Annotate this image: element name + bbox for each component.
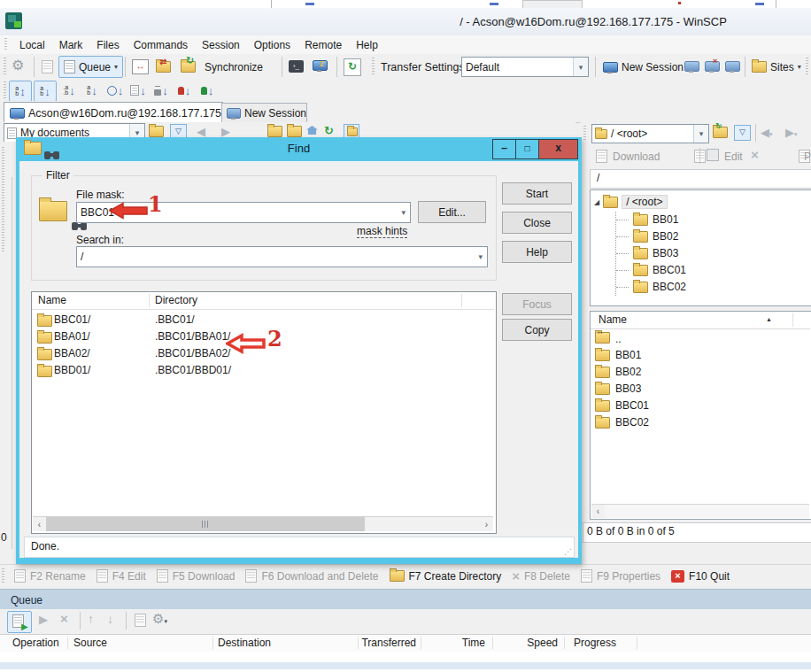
preferences-gear-icon[interactable]: ⚙ [12,57,24,73]
menu-item-mark[interactable]: Mark [52,39,90,51]
sort-name-asc-button[interactable]: ab↕ [9,81,32,102]
forward-icon[interactable]: ▶ [221,125,230,138]
queue-move-down-icon[interactable]: ↓ [107,612,113,626]
queue-resume-icon[interactable]: ▶ [39,613,48,626]
help-button[interactable]: Help [502,241,572,263]
sort-owner-button[interactable]: ↓ [174,81,195,100]
synchronize-browsing-icon[interactable]: ⇄ [156,61,171,75]
sites-button[interactable]: Sites ▾ [752,58,801,76]
scrollbar-thumb[interactable] [46,517,365,531]
queue-copy-icon[interactable] [135,614,146,627]
queue-col-transferred[interactable]: Transferred [358,637,416,649]
remote-list-hscrollbar[interactable]: ‹ [591,504,809,518]
menu-item-local[interactable]: Local [12,39,52,51]
tab-new-session[interactable]: New Session [221,103,307,123]
queue-col-operation[interactable]: Operation [12,637,59,649]
resize-grip-icon[interactable]: ⋰ [564,547,572,556]
results-directory-column[interactable]: Directory [155,294,197,306]
queue-delete-icon[interactable]: × [60,611,68,626]
menu-item-help[interactable]: Help [349,39,385,51]
queue-col-progress[interactable]: Progress [574,637,616,649]
queue-move-up-icon[interactable]: ↑ [88,612,94,626]
file-row[interactable]: BB01 [595,349,641,361]
console-icon[interactable]: ›_ [289,60,304,73]
sort-group-button[interactable]: ↓ [197,81,218,100]
minimize-button[interactable]: – [492,139,516,159]
results-hscrollbar[interactable]: ‹ › [33,516,493,531]
file-row[interactable]: BB02 [595,366,641,378]
results-name-column[interactable]: Name [38,294,66,306]
remote-forward-icon[interactable]: ▶▾ [785,126,798,139]
file-row[interactable]: BB03 [595,382,641,395]
fkey-f6-download-delete[interactable]: F6 Download and Delete [245,569,378,583]
tree-root-item[interactable]: ◢ / <root> [594,195,668,209]
tree-expander-icon[interactable]: ◢ [594,198,599,206]
name-column-header[interactable]: Name [599,312,627,328]
remote-path-bar[interactable]: / [590,169,811,189]
transfer-checklist-icon[interactable] [42,60,53,73]
menu-item-files[interactable]: Files [89,39,126,51]
result-row[interactable]: BBC01/ .BBC01/ [32,312,494,328]
tab-session-active[interactable]: Acson@w16Dom.ru@192.168.177.175 [4,102,223,123]
sort-rights-lock-button[interactable]: ↓ [151,81,172,100]
fkey-f4-edit[interactable]: F4 Edit [97,569,146,583]
remote-path-select[interactable]: / <root> ▾ [591,124,709,143]
compare-directories-icon[interactable]: ↔ [132,59,149,74]
maximize-button[interactable]: □ [515,139,539,159]
results-header[interactable]: Name Directory [32,292,494,310]
tree-item[interactable]: BB01 [616,213,678,226]
tree-item[interactable]: BB03 [616,247,678,259]
file-row[interactable]: BBC01 [595,399,649,412]
sort-time-clock-button[interactable]: ↓ [104,81,126,100]
refresh-icon[interactable]: ↻ [344,58,361,76]
remote-back-icon[interactable]: ◀▾ [761,126,773,139]
sort-type-button[interactable]: ↓ [127,81,149,100]
queue-preferences-gear-icon[interactable]: ⚙▾ [152,611,167,627]
mask-hints-link[interactable]: mask hints [357,225,407,238]
close-find-button[interactable]: Close [502,212,572,234]
fkey-f5-download[interactable]: F5 Download [157,569,236,583]
edit-mask-button[interactable]: Edit... [418,201,486,223]
result-row[interactable]: BBD01/ .BBC01/BBD01/ [32,362,494,379]
queue-col-time[interactable]: Time [425,637,485,649]
fkey-f10-quit[interactable]: ×F10 Quit [671,570,730,583]
queue-col-speed[interactable]: Speed [496,637,558,649]
synchronize-button[interactable]: ↻ Synchronize [181,58,263,76]
sort-name-button[interactable]: ab↓ [34,81,57,102]
sort-extension-button[interactable]: .a.b↓ [58,81,80,100]
tree-item[interactable]: BBC01 [616,264,686,276]
menu-item-session[interactable]: Session [195,39,247,51]
edit-button[interactable]: Edit [724,151,743,163]
home-directory-icon[interactable] [306,126,318,135]
properties-button-clipped[interactable]: Pr [804,151,811,163]
delete-x-icon[interactable]: × [751,147,759,162]
search-in-input[interactable]: / ▾ [76,246,488,267]
tree-item[interactable]: BB02 [616,230,678,243]
queue-show-button[interactable]: ▶ [7,611,32,633]
open-session-in-putty-icon[interactable]: z [313,60,328,73]
file-list-header[interactable]: Name ▲ [591,312,810,329]
copy-button[interactable]: Copy [502,319,572,341]
start-button[interactable]: Start [502,182,572,205]
close-button[interactable]: x [538,139,578,159]
save-session-icon[interactable] [725,61,740,74]
fkey-f2-rename[interactable]: F2 Rename [14,569,86,583]
open-directory-icon[interactable]: ↻ [713,127,728,141]
menu-item-options[interactable]: Options [247,39,297,51]
queue-col-source[interactable]: Source [73,637,107,649]
transfer-settings-select[interactable]: Default ▾ [461,57,589,77]
menu-item-commands[interactable]: Commands [127,39,195,51]
scroll-left-icon[interactable]: ‹ [33,517,46,531]
tree-item[interactable]: BBC02 [616,281,686,293]
new-session-button[interactable]: New Session [603,58,684,76]
fkey-f7-create-directory[interactable]: F7 Create Directory [390,570,502,583]
queue-toggle-button[interactable]: Queue ▾ [58,56,123,78]
remote-filter-icon[interactable]: ▽ [734,125,751,141]
queue-col-destination[interactable]: Destination [218,637,271,649]
download-button[interactable]: Download [613,151,660,163]
fkey-f9-properties[interactable]: F9 Properties [581,569,660,583]
menu-item-remote[interactable]: Remote [297,39,349,51]
scroll-right-icon[interactable]: › [480,517,493,531]
file-row-up[interactable]: ←.. [595,332,622,346]
sort-size-button[interactable]: ab↓ [81,81,103,100]
